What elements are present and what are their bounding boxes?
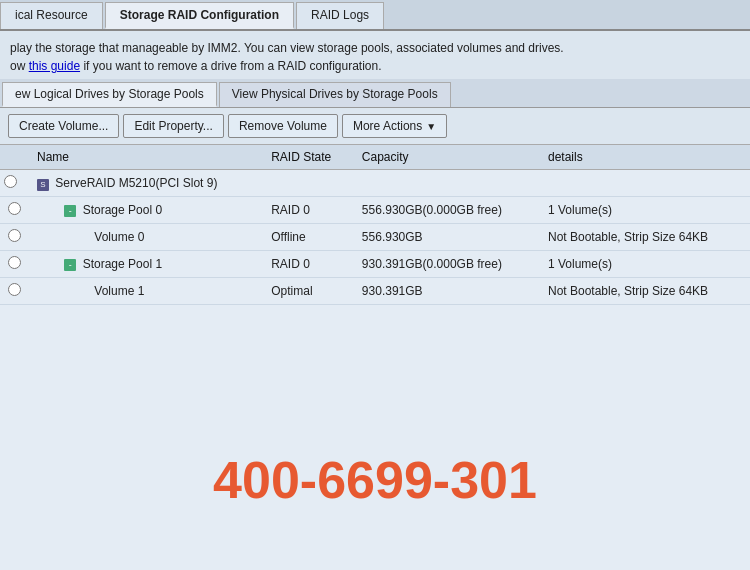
row-radio-cell <box>0 224 29 251</box>
view-tabs: ew Logical Drives by Storage Pools View … <box>0 79 750 108</box>
tab-physical-resource[interactable]: ical Resource <box>0 2 103 29</box>
description-area: play the storage that manageable by IMM2… <box>0 31 750 79</box>
row-details: Not Bootable, Strip Size 64KB <box>540 278 750 305</box>
row-capacity <box>354 170 540 197</box>
row-name-cell: Volume 1 <box>29 278 263 305</box>
row-raid-state: Offline <box>263 224 354 251</box>
row-radio-input[interactable] <box>8 283 21 296</box>
table-row[interactable]: - Storage Pool 0 RAID 0 556.930GB(0.000G… <box>0 197 750 224</box>
row-name-cell: S ServeRAID M5210(PCI Slot 9) <box>29 170 263 197</box>
row-radio-cell <box>0 278 29 305</box>
view-tab-physical[interactable]: View Physical Drives by Storage Pools <box>219 82 451 107</box>
table-row[interactable]: Volume 1 Optimal 930.391GB Not Bootable,… <box>0 278 750 305</box>
col-header-capacity: Capacity <box>354 145 540 170</box>
row-radio-input[interactable] <box>8 202 21 215</box>
row-raid-state: RAID 0 <box>263 197 354 224</box>
remove-volume-button[interactable]: Remove Volume <box>228 114 338 138</box>
row-name-cell: Volume 0 <box>29 224 263 251</box>
row-details <box>540 170 750 197</box>
row-name: Volume 1 <box>94 284 144 298</box>
create-volume-button[interactable]: Create Volume... <box>8 114 119 138</box>
col-header-details: details <box>540 145 750 170</box>
row-details: 1 Volume(s) <box>540 197 750 224</box>
main-content: ical Resource Storage RAID Configuration… <box>0 0 750 570</box>
view-tab-logical[interactable]: ew Logical Drives by Storage Pools <box>2 82 217 107</box>
row-name-cell: - Storage Pool 0 <box>29 197 263 224</box>
description-line2-pre: ow <box>10 59 29 73</box>
col-header-name: Name <box>29 145 263 170</box>
table-row[interactable]: S ServeRAID M5210(PCI Slot 9) <box>0 170 750 197</box>
toolbar: Create Volume... Edit Property... Remove… <box>0 108 750 145</box>
col-header-radio <box>0 145 29 170</box>
more-actions-arrow-icon: ▼ <box>426 121 436 132</box>
expand-icon: - <box>64 259 76 271</box>
more-actions-label: More Actions <box>353 119 422 133</box>
col-header-raid-state: RAID State <box>263 145 354 170</box>
row-raid-state: Optimal <box>263 278 354 305</box>
row-details: 1 Volume(s) <box>540 251 750 278</box>
row-name: Volume 0 <box>94 230 144 244</box>
row-capacity: 930.391GB <box>354 278 540 305</box>
edit-property-button[interactable]: Edit Property... <box>123 114 223 138</box>
row-radio-cell <box>0 170 29 197</box>
tab-bar: ical Resource Storage RAID Configuration… <box>0 0 750 31</box>
row-raid-state: RAID 0 <box>263 251 354 278</box>
table-header-row: Name RAID State Capacity details <box>0 145 750 170</box>
row-name-cell: - Storage Pool 1 <box>29 251 263 278</box>
table-container: Name RAID State Capacity details S Serve… <box>0 145 750 570</box>
server-icon: S <box>37 179 49 191</box>
row-radio-cell <box>0 197 29 224</box>
expand-icon: - <box>64 205 76 217</box>
tab-storage-raid[interactable]: Storage RAID Configuration <box>105 2 294 29</box>
row-radio-input[interactable] <box>8 229 21 242</box>
description-line2: ow this guide if you want to remove a dr… <box>10 57 740 75</box>
row-capacity: 930.391GB(0.000GB free) <box>354 251 540 278</box>
row-radio-input[interactable] <box>4 175 17 188</box>
row-capacity: 556.930GB <box>354 224 540 251</box>
table-row[interactable]: Volume 0 Offline 556.930GB Not Bootable,… <box>0 224 750 251</box>
description-line2-post: if you want to remove a drive from a RAI… <box>80 59 381 73</box>
row-details: Not Bootable, Strip Size 64KB <box>540 224 750 251</box>
row-radio-input[interactable] <box>8 256 21 269</box>
this-guide-link[interactable]: this guide <box>29 59 80 73</box>
drives-table: Name RAID State Capacity details S Serve… <box>0 145 750 305</box>
more-actions-button[interactable]: More Actions ▼ <box>342 114 447 138</box>
row-capacity: 556.930GB(0.000GB free) <box>354 197 540 224</box>
description-line1: play the storage that manageable by IMM2… <box>10 39 740 57</box>
tab-raid-logs[interactable]: RAID Logs <box>296 2 384 29</box>
row-raid-state <box>263 170 354 197</box>
row-name: ServeRAID M5210(PCI Slot 9) <box>55 176 217 190</box>
table-row[interactable]: - Storage Pool 1 RAID 0 930.391GB(0.000G… <box>0 251 750 278</box>
row-radio-cell <box>0 251 29 278</box>
row-name: Storage Pool 0 <box>83 203 162 217</box>
row-name: Storage Pool 1 <box>83 257 162 271</box>
